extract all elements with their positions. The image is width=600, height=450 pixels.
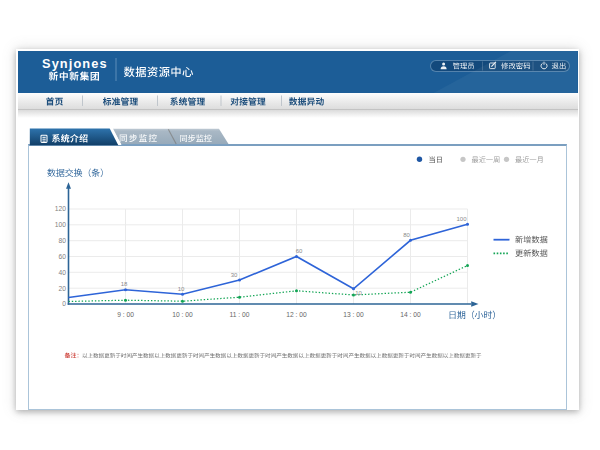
svg-text:11 : 00: 11 : 00 [230, 311, 250, 318]
svg-text:40: 40 [59, 269, 67, 276]
svg-text:10 : 00: 10 : 00 [172, 311, 193, 318]
svg-text:0: 0 [62, 300, 66, 307]
svg-text:60: 60 [59, 253, 67, 260]
svg-text:12 : 00: 12 : 00 [286, 311, 307, 318]
svg-text:30: 30 [231, 272, 238, 278]
svg-text:80: 80 [403, 232, 410, 238]
svg-text:14 : 00: 14 : 00 [400, 311, 421, 318]
svg-text:Synjones: Synjones [42, 56, 108, 71]
svg-text:9 : 00: 9 : 00 [117, 311, 134, 318]
svg-text:120: 120 [55, 205, 66, 212]
svg-text:100: 100 [456, 216, 467, 222]
svg-text:18: 18 [121, 281, 128, 287]
svg-text:10: 10 [355, 290, 362, 296]
svg-text:13 : 00: 13 : 00 [343, 311, 364, 318]
svg-text:80: 80 [59, 237, 67, 244]
svg-text:100: 100 [55, 221, 66, 228]
svg-text:10: 10 [178, 286, 185, 292]
svg-text:60: 60 [296, 248, 303, 254]
svg-text:20: 20 [59, 285, 67, 292]
